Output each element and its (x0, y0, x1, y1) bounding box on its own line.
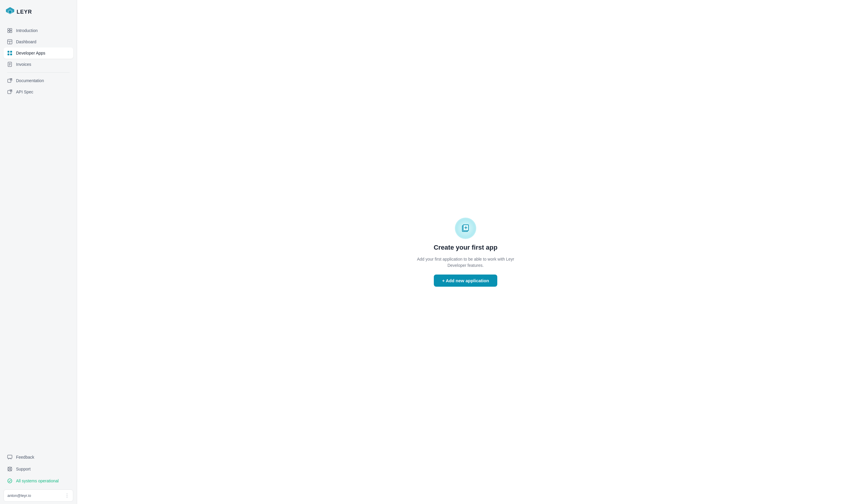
sidebar-item-feedback[interactable]: Feedback (3, 451, 73, 463)
sidebar-item-dashboard[interactable]: Dashboard (3, 36, 73, 48)
svg-rect-9 (8, 54, 10, 55)
svg-rect-1 (10, 29, 12, 30)
user-email: anton@leyr.io (7, 493, 31, 498)
empty-state-icon-wrap (455, 218, 476, 239)
external-link-icon-docs (7, 78, 13, 83)
sidebar-nav: Introduction Dashboard (0, 22, 77, 504)
sidebar-item-developer-apps-label: Developer Apps (16, 51, 46, 55)
sidebar-item-support[interactable]: Support (3, 463, 73, 475)
sidebar-item-invoices[interactable]: Invoices (3, 59, 73, 70)
svg-rect-8 (11, 51, 12, 53)
introduction-icon (7, 28, 13, 33)
sidebar-bottom-nav: Feedback Support (3, 450, 73, 502)
add-new-application-button[interactable]: + Add new application (434, 274, 497, 287)
add-app-icon (461, 224, 470, 233)
brand-name: LEYR (17, 9, 32, 15)
nav-divider (7, 72, 70, 73)
sidebar-item-documentation-label: Documentation (16, 78, 44, 83)
sidebar-item-invoices-label: Invoices (16, 62, 31, 67)
check-circle-icon (7, 478, 13, 484)
sidebar-item-systems-operational[interactable]: All systems operational (3, 475, 73, 486)
sidebar-item-support-label: Support (16, 467, 31, 471)
svg-rect-3 (10, 31, 12, 33)
external-link-icon-api (7, 89, 13, 94)
invoice-icon (7, 62, 13, 67)
svg-rect-0 (8, 29, 10, 30)
empty-state: Create your first app Add your first app… (412, 218, 519, 287)
main-content: Create your first app Add your first app… (77, 0, 854, 504)
svg-rect-2 (8, 31, 10, 33)
empty-state-subtitle: Add your first application to be able to… (412, 256, 519, 269)
sidebar-item-dashboard-label: Dashboard (16, 39, 36, 44)
sidebar-item-feedback-label: Feedback (16, 455, 34, 460)
sidebar: LEYR Introduction (0, 0, 77, 504)
dashboard-icon (7, 39, 13, 44)
sidebar-item-api-spec-label: API Spec (16, 90, 33, 94)
svg-rect-7 (8, 51, 10, 53)
leyr-logo-icon (6, 7, 14, 17)
sidebar-item-introduction[interactable]: Introduction (3, 25, 73, 36)
user-menu-dots-icon: ⋮ (65, 493, 69, 498)
svg-rect-19 (8, 455, 12, 458)
logo-area: LEYR (0, 0, 77, 22)
sidebar-item-documentation[interactable]: Documentation (3, 75, 73, 86)
sidebar-item-introduction-label: Introduction (16, 28, 38, 33)
apps-icon (7, 50, 13, 56)
sidebar-item-systems-label: All systems operational (16, 479, 59, 483)
add-app-btn-label: + Add new application (442, 278, 489, 283)
nav-spacer (3, 97, 73, 450)
sidebar-item-developer-apps[interactable]: Developer Apps (3, 48, 73, 59)
svg-rect-10 (11, 54, 12, 55)
svg-point-21 (9, 468, 11, 470)
sidebar-item-api-spec[interactable]: API Spec (3, 86, 73, 97)
svg-point-26 (8, 479, 12, 483)
support-icon (7, 466, 13, 472)
feedback-icon (7, 454, 13, 460)
user-menu-bar[interactable]: anton@leyr.io ⋮ (3, 489, 73, 502)
empty-state-title: Create your first app (433, 244, 497, 251)
